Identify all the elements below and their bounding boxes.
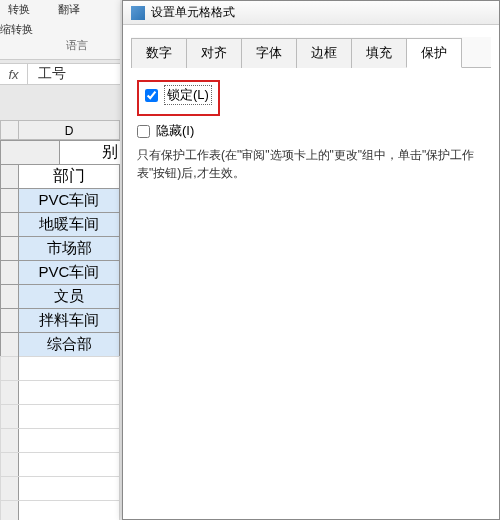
table-row: 地暖车间 bbox=[1, 213, 120, 237]
data-table: 别 bbox=[0, 140, 120, 165]
dialog-titlebar: 设置单元格格式 bbox=[123, 1, 499, 25]
hide-checkbox-row[interactable]: 隐藏(I) bbox=[137, 122, 485, 140]
cell[interactable]: 地暖车间 bbox=[19, 213, 120, 237]
column-headers: D bbox=[0, 120, 120, 140]
help-text: 只有保护工作表(在"审阅"选项卡上的"更改"组中，单击"保护工作表"按钮)后,才… bbox=[137, 146, 485, 182]
row-header[interactable] bbox=[1, 165, 19, 189]
ribbon-convert[interactable]: 转换 bbox=[8, 2, 30, 17]
row-header[interactable] bbox=[1, 333, 19, 357]
cell[interactable]: 拌料车间 bbox=[19, 309, 120, 333]
tab-font[interactable]: 字体 bbox=[241, 38, 297, 68]
tab-body-protect: 锁定(L) 隐藏(I) 只有保护工作表(在"审阅"选项卡上的"更改"组中，单击"… bbox=[123, 68, 499, 194]
dialog-tabstrip: 数字 对齐 字体 边框 填充 保护 bbox=[131, 37, 491, 68]
cell[interactable]: 市场部 bbox=[19, 237, 120, 261]
row-header[interactable] bbox=[1, 261, 19, 285]
cell-partial[interactable]: 别 bbox=[59, 141, 120, 165]
hide-checkbox[interactable] bbox=[137, 125, 150, 138]
row-header[interactable] bbox=[1, 213, 19, 237]
cell[interactable]: 综合部 bbox=[19, 333, 120, 357]
spreadsheet-grid: D 别 部门 PVC车间 地暖车间 市场部 PVC车间 文员 拌料车间 综合部 bbox=[0, 120, 120, 520]
cell[interactable]: 文员 bbox=[19, 285, 120, 309]
format-cells-dialog: 设置单元格格式 数字 对齐 字体 边框 填充 保护 锁定(L) 隐藏(I) 只有… bbox=[122, 0, 500, 520]
row-header[interactable] bbox=[1, 189, 19, 213]
ribbon-translate[interactable]: 翻译 bbox=[58, 2, 80, 17]
name-box[interactable]: 工号 bbox=[28, 65, 120, 83]
cell[interactable]: PVC车间 bbox=[19, 189, 120, 213]
dialog-icon bbox=[131, 6, 145, 20]
lock-checkbox-row[interactable]: 锁定(L) bbox=[145, 85, 212, 105]
highlight-box: 锁定(L) bbox=[137, 80, 220, 116]
lock-checkbox[interactable] bbox=[145, 89, 158, 102]
ribbon-fragment: 转换 翻译 缩转换 语言 bbox=[0, 0, 120, 60]
tab-fill[interactable]: 填充 bbox=[351, 38, 407, 68]
tab-protect[interactable]: 保护 bbox=[406, 38, 462, 68]
table-row: 综合部 bbox=[1, 333, 120, 357]
ribbon-shrink-convert[interactable]: 缩转换 bbox=[0, 22, 33, 37]
table-row: 拌料车间 bbox=[1, 309, 120, 333]
row-header[interactable] bbox=[1, 309, 19, 333]
row-header[interactable] bbox=[1, 237, 19, 261]
table-row: 市场部 bbox=[1, 237, 120, 261]
lock-label: 锁定(L) bbox=[164, 85, 212, 105]
col-header-left[interactable] bbox=[1, 121, 19, 139]
fx-icon[interactable]: fx bbox=[0, 64, 28, 84]
col-header-d[interactable]: D bbox=[19, 121, 119, 139]
table-row: PVC车间 bbox=[1, 189, 120, 213]
cell[interactable]: PVC车间 bbox=[19, 261, 120, 285]
table-row: PVC车间 bbox=[1, 261, 120, 285]
hide-label: 隐藏(I) bbox=[156, 122, 194, 140]
tab-number[interactable]: 数字 bbox=[131, 38, 187, 68]
row-header[interactable] bbox=[1, 285, 19, 309]
tab-align[interactable]: 对齐 bbox=[186, 38, 242, 68]
cell[interactable]: 部门 bbox=[19, 165, 120, 189]
table-row: 文员 bbox=[1, 285, 120, 309]
dialog-title-text: 设置单元格格式 bbox=[151, 4, 235, 21]
formula-bar: fx 工号 bbox=[0, 63, 120, 85]
table-row: 别 bbox=[1, 141, 121, 165]
table-row: 部门 bbox=[1, 165, 120, 189]
ribbon-group-label-language: 语言 bbox=[66, 38, 88, 53]
tab-border[interactable]: 边框 bbox=[296, 38, 352, 68]
row-header[interactable] bbox=[1, 141, 60, 165]
